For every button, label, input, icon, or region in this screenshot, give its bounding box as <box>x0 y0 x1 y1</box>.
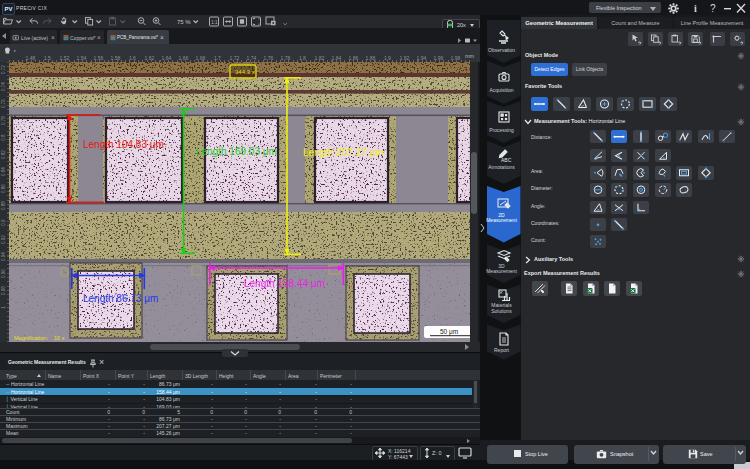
svg-text:Length 104.83 μm: Length 104.83 μm <box>83 139 164 150</box>
svg-text:75 %: 75 % <box>177 19 191 25</box>
svg-text:Length 158.44 μm: Length 158.44 μm <box>244 278 325 289</box>
svg-text:Length 207.27 μm: Length 207.27 μm <box>303 147 384 158</box>
svg-text:?: ? <box>710 3 716 14</box>
svg-text:Length 86.73 μm: Length 86.73 μm <box>83 293 158 304</box>
svg-text:1:1: 1:1 <box>211 20 218 25</box>
svg-text:50 μm: 50 μm <box>440 328 458 336</box>
svg-text:Length 169.03 μm: Length 169.03 μm <box>196 146 277 157</box>
svg-text:344.3 x: 344.3 x <box>235 69 255 75</box>
svg-text:i: i <box>694 3 697 14</box>
svg-text:Magnification: 10 x: Magnification: 10 x <box>14 335 65 341</box>
svg-text:ABC: ABC <box>501 157 512 163</box>
